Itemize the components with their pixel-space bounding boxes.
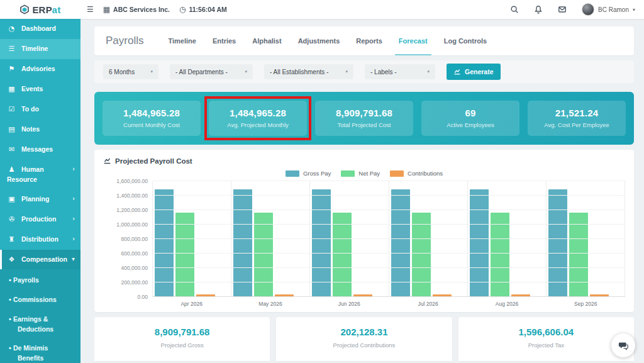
- summary-label: Projected Contributions: [279, 342, 449, 349]
- bar-group-apr-2026: [153, 181, 231, 297]
- sidebar-item-messages[interactable]: ✉Messages: [0, 140, 80, 160]
- sidebar-item-label: Notes: [21, 125, 40, 133]
- tab-log-controls[interactable]: Log Controls: [444, 26, 487, 55]
- sidebar-item-advisories[interactable]: ⚑Advisories: [0, 59, 80, 79]
- select-caret-icon: ▾: [345, 69, 348, 74]
- user-menu-caret-icon: ▾: [633, 7, 635, 13]
- tab-reports[interactable]: Reports: [356, 26, 382, 55]
- sidebar-subitem-payrolls[interactable]: Payrolls: [0, 271, 80, 290]
- sidebar-item-to-do[interactable]: ☑To do: [0, 99, 80, 120]
- bar-groups: [153, 181, 625, 297]
- y-axis-tick-label: 200,000.00: [121, 279, 153, 286]
- filter-select-6-months[interactable]: 6 Months▾: [103, 64, 158, 79]
- summary-cards-row: 8,909,791.68Projected Gross202,128.31Pro…: [94, 317, 634, 361]
- filter-select-all-establishments[interactable]: - All Establishments -▾: [264, 64, 353, 79]
- sidebar-item-planning[interactable]: ▣Planning›: [0, 189, 80, 209]
- sidebar-item-events[interactable]: ▦Events: [0, 79, 80, 99]
- tabs-bar: Payrolls TimelineEntriesAlphalistAdjustm…: [94, 26, 634, 55]
- chart-title: Projected Payroll Cost: [103, 157, 625, 165]
- net-pay-bar: [569, 213, 588, 297]
- filter-bar: 6 Months▾- All Departments -▾- All Estab…: [94, 60, 634, 83]
- sidebar-subitem-earnings-deductions[interactable]: Earnings & Deductions: [0, 310, 80, 339]
- legend-swatch: [341, 170, 355, 177]
- top-header: ERPat ☰ ▦ ABC Services Inc. ◷ 11:56:04 A…: [0, 0, 644, 19]
- main-content: Payrolls TimelineEntriesAlphalistAdjustm…: [80, 19, 644, 363]
- sidebar-item-production[interactable]: ✇Production›: [0, 209, 80, 230]
- gridline: 200,000.00: [153, 282, 625, 282]
- sidebar-item-label: Timeline: [21, 45, 48, 52]
- sidebar-item-distribution[interactable]: ♜Distribution›: [0, 230, 80, 250]
- building-icon: ▦: [103, 6, 110, 13]
- sidebar-subitem-de-minimis-benefits[interactable]: De Minimis Benefits: [0, 338, 80, 363]
- compensation-icon: ❖: [7, 255, 16, 265]
- summary-label: Projected Gross: [97, 342, 267, 349]
- sidebar-subitem-commissions[interactable]: Commissions: [0, 290, 80, 310]
- legend-swatch: [286, 170, 299, 177]
- sidebar-item-label: Events: [21, 85, 43, 92]
- search-icon[interactable]: [510, 5, 519, 14]
- tab-alphalist[interactable]: Alphalist: [252, 26, 281, 55]
- sidebar-nav: ◔Dashboard☰Timeline⚑Advisories▦Events☑To…: [0, 19, 80, 363]
- stat-card-active-employees: 69Active Employees: [421, 101, 519, 136]
- advisories-icon: ⚑: [7, 64, 16, 74]
- todo-icon: ☑: [7, 104, 16, 114]
- chat-button[interactable]: [611, 333, 635, 357]
- y-axis-tick-label: 1,600,000.00: [116, 178, 153, 184]
- select-caret-icon: ▾: [427, 69, 430, 74]
- y-axis-tick-label: 1,200,000.00: [116, 207, 153, 213]
- gross-pay-bar: [548, 189, 567, 297]
- generate-button[interactable]: Generate: [447, 64, 501, 80]
- gridline: 400,000.00: [153, 267, 625, 268]
- sidebar-item-timeline[interactable]: ☰Timeline: [0, 39, 80, 59]
- gridline: 1,000,000.00: [153, 224, 625, 225]
- sidebar-item-notes[interactable]: ▤Notes: [0, 120, 80, 140]
- company-name: ABC Services Inc.: [113, 6, 170, 13]
- filter-select-all-departments[interactable]: - All Departments -▾: [170, 64, 253, 79]
- gridline: 1,200,000.00: [153, 209, 625, 210]
- tab-forecast[interactable]: Forecast: [399, 26, 428, 55]
- y-axis-tick-label: 600,000.00: [121, 250, 153, 257]
- sidebar-item-label: Advisories: [21, 65, 55, 72]
- stat-label: Avg. Cost Per Employee: [530, 121, 623, 128]
- user-menu[interactable]: BC Ramon ▾: [582, 3, 635, 16]
- distribution-icon: ♜: [7, 235, 16, 245]
- net-pay-bar: [412, 213, 431, 297]
- sidebar-item-human-resource[interactable]: ♟Human Resource›: [0, 160, 80, 189]
- select-caret-icon: ▾: [245, 69, 247, 74]
- gross-pay-bar: [470, 189, 489, 297]
- messages-envelope-icon[interactable]: [558, 5, 567, 14]
- stat-card-avg-cost-per-employee: 21,521.24Avg. Cost Per Employee: [528, 101, 626, 136]
- gross-pay-bar: [233, 189, 252, 297]
- chat-bubbles-icon: [618, 340, 629, 351]
- messages-icon: ✉: [7, 145, 16, 155]
- app-logo[interactable]: ERPat: [0, 4, 80, 15]
- filter-select-labels[interactable]: - Labels -▾: [365, 64, 435, 79]
- user-name: BC Ramon: [598, 6, 629, 13]
- timeline-icon: ☰: [7, 44, 16, 54]
- stat-label: Current Monthly Cost: [105, 121, 198, 128]
- legend-swatch: [390, 170, 404, 177]
- notifications-bell-icon[interactable]: [534, 5, 543, 14]
- sidebar-toggle-icon[interactable]: ☰: [87, 6, 94, 13]
- gridline: 1,400,000.00: [153, 195, 625, 196]
- sidebar-item-dashboard[interactable]: ◔Dashboard: [0, 19, 80, 39]
- x-axis-labels: Apr 2026May 2026Jun 2026Jul 2026Aug 2026…: [152, 301, 625, 307]
- x-axis-label-may-2026: May 2026: [231, 301, 309, 307]
- y-axis-tick-label: 0.00: [137, 294, 153, 300]
- sidebar-item-compensation[interactable]: ❖Compensation▾: [0, 250, 80, 270]
- tab-timeline[interactable]: Timeline: [168, 26, 196, 55]
- summary-value: 202,128.31: [279, 327, 449, 337]
- plot-area: 0.00200,000.00400,000.00600,000.00800,00…: [152, 181, 625, 297]
- sidebar-item-label: Compensation: [21, 255, 67, 263]
- y-axis-tick-label: 1,400,000.00: [116, 193, 153, 199]
- chart-line-icon: [103, 157, 111, 165]
- y-axis-tick-label: 400,000.00: [121, 265, 153, 271]
- bar-group-jul-2026: [389, 181, 468, 297]
- stat-label: Active Employees: [424, 121, 517, 128]
- tab-adjustments[interactable]: Adjustments: [298, 26, 340, 55]
- tab-entries[interactable]: Entries: [213, 26, 236, 55]
- x-axis-label-jun-2026: Jun 2026: [310, 301, 389, 307]
- stat-value: 1,484,965.28: [105, 108, 198, 118]
- events-icon: ▦: [7, 84, 16, 94]
- company-selector[interactable]: ▦ ABC Services Inc.: [103, 6, 170, 13]
